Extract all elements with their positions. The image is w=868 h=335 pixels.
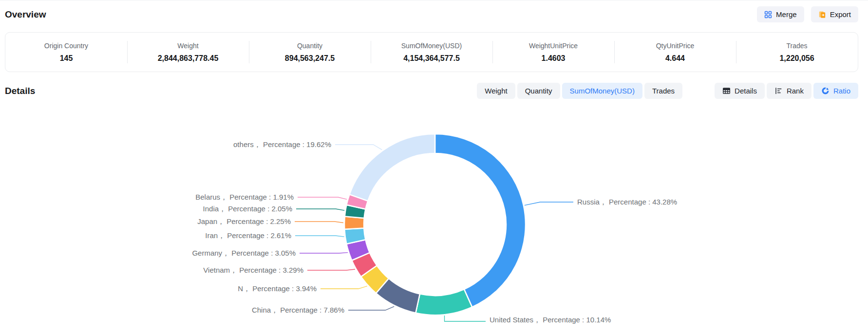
- leader-line-germany: [300, 253, 348, 253]
- merge-icon: [764, 11, 772, 19]
- details-controls: Weight Quantity SumOfMoney(USD) Trades D…: [477, 83, 858, 99]
- stat-value: 4,154,364,577.5: [371, 54, 492, 63]
- metric-tabs: Weight Quantity SumOfMoney(USD) Trades: [477, 83, 682, 99]
- stat-origin-country: Origin Country 145: [5, 40, 127, 65]
- export-button[interactable]: Export: [811, 6, 858, 22]
- stat-weight: Weight 2,844,863,778.45: [127, 40, 249, 65]
- tab-label: Rank: [787, 87, 804, 95]
- merge-button[interactable]: Merge: [757, 6, 804, 22]
- export-button-label: Export: [830, 10, 851, 19]
- chart-label-n: N， Percentage : 3.94%: [238, 283, 317, 294]
- stat-value: 2,844,863,778.45: [127, 54, 249, 63]
- rank-icon: [774, 87, 783, 95]
- stat-weight-unit-price: WeightUnitPrice 1.4603: [492, 40, 614, 65]
- stat-qty-unit-price: QtyUnitPrice 4.644: [614, 40, 736, 65]
- donut-segment-others[interactable]: [350, 134, 435, 201]
- ratio-donut-chart: Russia， Percentage : 43.28%United States…: [0, 101, 868, 329]
- tab-trades[interactable]: Trades: [644, 83, 682, 99]
- tab-label: SumOfMoney(USD): [570, 87, 635, 95]
- chart-label-japan: Japan， Percentage : 2.25%: [197, 216, 291, 227]
- topbar: Overview Merge Export: [0, 0, 868, 22]
- stat-value: 1,220,056: [736, 54, 858, 63]
- chart-label-vietnam: Vietnam， Percentage : 3.29%: [203, 265, 303, 276]
- chart-label-germany: Germany， Percentage : 3.05%: [192, 248, 296, 259]
- tab-sum-of-money[interactable]: SumOfMoney(USD): [562, 83, 642, 99]
- stat-label: WeightUnitPrice: [492, 42, 614, 50]
- stat-label: Weight: [127, 42, 249, 50]
- chart-label-china: China， Percentage : 7.86%: [252, 305, 344, 316]
- chart-label-iran: Iran， Percentage : 2.61%: [205, 230, 291, 241]
- donut-segment-united-states[interactable]: [415, 289, 472, 315]
- overview-stats-card: Origin Country 145 Weight 2,844,863,778.…: [5, 32, 858, 72]
- donut-segment-russia[interactable]: [435, 134, 526, 307]
- export-icon: [818, 11, 826, 19]
- tab-label: Weight: [485, 87, 507, 95]
- view-tab-ratio[interactable]: Ratio: [813, 83, 858, 99]
- chart-label-india: India， Percentage : 2.05%: [203, 204, 292, 214]
- tab-quantity[interactable]: Quantity: [517, 83, 560, 99]
- chart-label-united-states: United States， Percentage : 10.14%: [490, 315, 611, 325]
- leader-line-united-states: [445, 316, 486, 321]
- tab-weight[interactable]: Weight: [477, 83, 515, 99]
- stat-value: 1.4603: [492, 54, 614, 63]
- stat-quantity: Quantity 894,563,247.5: [249, 40, 371, 65]
- leader-line-belarus: [298, 197, 347, 199]
- tab-label: Trades: [652, 87, 675, 95]
- stat-value: 145: [5, 54, 127, 63]
- leader-line-iran: [295, 236, 344, 237]
- view-tabs: Details Rank Ratio: [715, 83, 858, 99]
- view-tab-rank[interactable]: Rank: [767, 83, 811, 99]
- stat-sum-of-money: SumOfMoney(USD) 4,154,364,577.5: [371, 40, 492, 65]
- leader-line-vietnam: [307, 269, 355, 270]
- donut-chart-canvas: [0, 101, 868, 329]
- stat-label: Quantity: [249, 42, 371, 50]
- chart-label-others: others， Percentage : 19.62%: [233, 139, 331, 150]
- donut-icon: [821, 87, 830, 95]
- view-tab-details[interactable]: Details: [715, 83, 765, 99]
- stat-trades: Trades 1,220,056: [736, 40, 858, 65]
- tab-label: Ratio: [833, 87, 850, 95]
- stat-value: 894,563,247.5: [249, 54, 371, 63]
- stat-label: Origin Country: [5, 42, 127, 50]
- leader-line-others: [335, 145, 382, 150]
- leader-line-china: [348, 306, 394, 310]
- tab-label: Details: [735, 87, 757, 95]
- page-title: Overview: [5, 9, 46, 20]
- topbar-actions: Merge Export: [757, 6, 858, 22]
- leader-line-russia: [525, 202, 573, 205]
- stat-label: Trades: [736, 42, 858, 50]
- chart-label-belarus: Belarus， Percentage : 1.91%: [195, 192, 294, 203]
- stat-value: 4.644: [614, 54, 736, 63]
- chart-label-russia: Russia， Percentage : 43.28%: [577, 197, 677, 207]
- details-title: Details: [5, 86, 35, 96]
- leader-line-india: [296, 209, 344, 210]
- stat-label: QtyUnitPrice: [614, 42, 736, 50]
- table-icon: [722, 87, 731, 95]
- stat-label: SumOfMoney(USD): [371, 42, 492, 50]
- merge-button-label: Merge: [776, 10, 797, 19]
- leader-line-japan: [295, 222, 343, 223]
- leader-line-n: [321, 286, 367, 289]
- details-bar: Details Weight Quantity SumOfMoney(USD) …: [5, 83, 858, 99]
- tab-label: Quantity: [525, 87, 552, 95]
